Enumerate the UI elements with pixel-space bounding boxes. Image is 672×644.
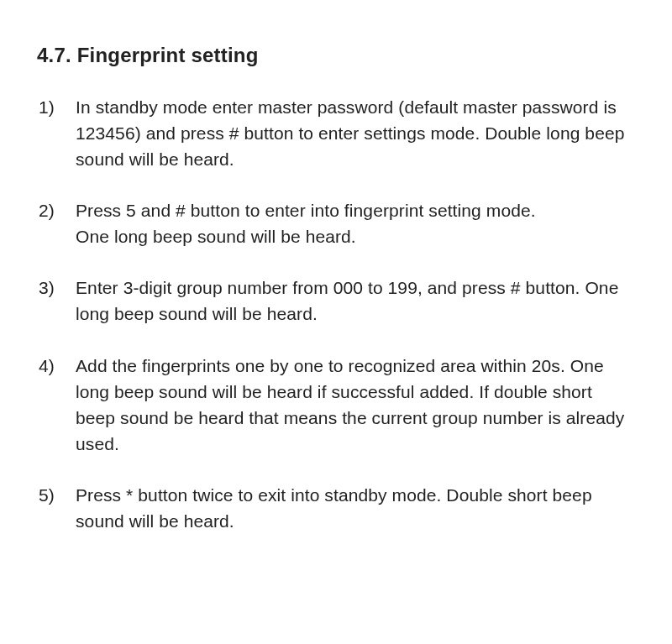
step-text: In standby mode enter master password (d… xyxy=(76,94,635,172)
step-text: Add the fingerprints one by one to recog… xyxy=(76,353,635,457)
section-title: Fingerprint setting xyxy=(77,44,259,66)
section-number: 4.7. xyxy=(37,44,71,66)
list-item: 2) Press 5 and # button to enter into fi… xyxy=(37,197,635,249)
step-list: 1) In standby mode enter master password… xyxy=(37,94,635,534)
step-text: Press 5 and # button to enter into finge… xyxy=(76,197,635,249)
list-item: 4) Add the fingerprints one by one to re… xyxy=(37,353,635,457)
list-item: 5) Press * button twice to exit into sta… xyxy=(37,482,635,534)
list-item: 1) In standby mode enter master password… xyxy=(37,94,635,172)
list-item: 3) Enter 3-digit group number from 000 t… xyxy=(37,275,635,327)
step-marker: 2) xyxy=(37,197,76,223)
step-marker: 1) xyxy=(37,94,76,120)
step-text: Enter 3-digit group number from 000 to 1… xyxy=(76,275,635,327)
step-marker: 4) xyxy=(37,353,76,379)
step-marker: 3) xyxy=(37,275,76,301)
section-heading: 4.7. Fingerprint setting xyxy=(37,40,635,71)
step-text: Press * button twice to exit into standb… xyxy=(76,482,635,534)
step-marker: 5) xyxy=(37,482,76,508)
